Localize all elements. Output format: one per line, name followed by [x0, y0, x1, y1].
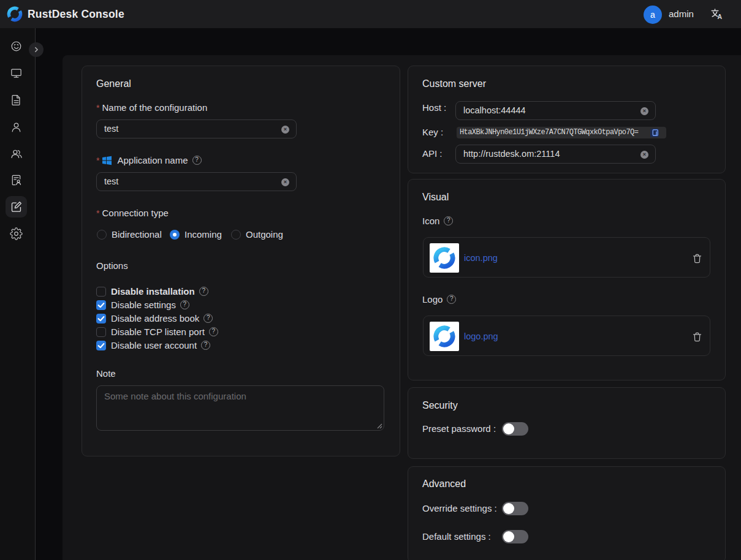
svg-text:A: A	[718, 13, 723, 20]
